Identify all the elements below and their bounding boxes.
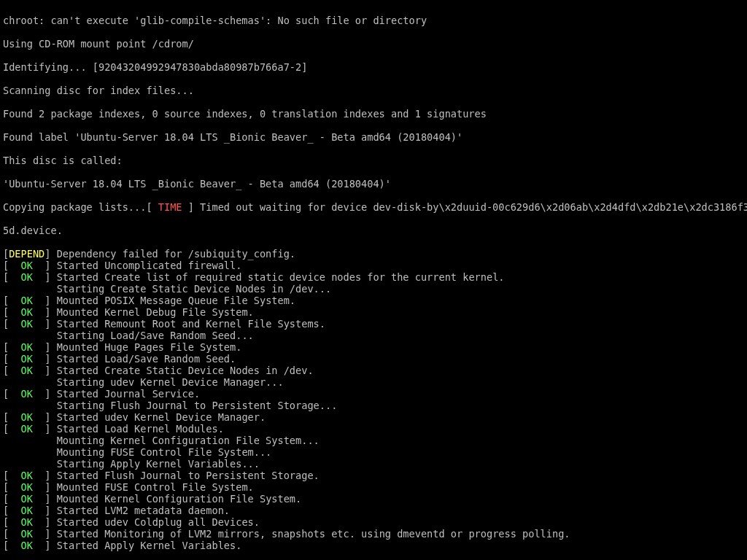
systemd-line: [ OK ] Started Flush Journal to Persiste…: [3, 470, 747, 481]
ok-tag: OK: [21, 260, 33, 271]
systemd-line: [ OK ] Started Create list of required s…: [3, 271, 747, 283]
event-text: Mounted Kernel Debug File System.: [57, 306, 254, 318]
event-text: Dependency failed for /subiquity_config.: [57, 248, 295, 260]
event-text: Starting Apply Kernel Variables...: [57, 458, 260, 470]
boot-line: 'Ubuntu-Server 18.04 LTS _Bionic Beaver_…: [3, 178, 747, 190]
systemd-line: Starting Flush Journal to Persistent Sto…: [3, 400, 747, 411]
ok-tag: OK: [21, 516, 33, 528]
systemd-line: Mounting Kernel Configuration File Syste…: [3, 435, 747, 446]
event-text: Mounted FUSE Control File System.: [57, 481, 254, 493]
systemd-line: [ OK ] Started Journal Service.: [3, 388, 747, 400]
copying-line: Copying package lists...[ TIME ] Timed o…: [3, 201, 747, 213]
event-text: Mounted POSIX Message Queue File System.: [57, 295, 295, 306]
ok-tag: OK: [21, 493, 33, 505]
systemd-line: [ OK ] Started Load/Save Random Seed.: [3, 353, 747, 365]
systemd-line: [ OK ] Started udev Kernel Device Manage…: [3, 411, 747, 423]
event-text: Started udev Coldplug all Devices.: [57, 516, 260, 528]
systemd-line: [ OK ] Started Create Static Device Node…: [3, 365, 747, 376]
event-text: Mounted Kernel Configuration File System…: [57, 493, 302, 505]
systemd-line: Mounting FUSE Control File System...: [3, 446, 747, 458]
ok-tag: OK: [21, 411, 33, 423]
systemd-line: [ OK ] Mounted Huge Pages File System.: [3, 341, 747, 353]
terminal: chroot: can't execute 'glib-compile-sche…: [0, 0, 747, 560]
event-text: Started Monitoring of LVM2 mirrors, snap…: [57, 528, 570, 540]
ok-tag: OK: [21, 341, 33, 353]
systemd-line: [ OK ] Started udev Coldplug all Devices…: [3, 516, 747, 528]
systemd-line: Starting Create Static Device Nodes in /…: [3, 283, 747, 295]
systemd-line: [DEPEND] Dependency failed for /subiquit…: [3, 248, 747, 260]
event-text: Started Remount Root and Kernel File Sys…: [57, 318, 325, 330]
event-text: Started Create list of required static d…: [57, 271, 505, 283]
event-text: Started udev Kernel Device Manager.: [57, 411, 266, 423]
systemd-events: [DEPEND] Dependency failed for /subiquit…: [3, 248, 747, 551]
depend-tag: DEPEND: [9, 248, 44, 260]
systemd-line: [ OK ] Started LVM2 metadata daemon.: [3, 505, 747, 516]
copying-suffix: ] Timed out waiting for device dev-disk-…: [182, 201, 747, 213]
copying-prefix: Copying package lists...[: [3, 201, 158, 213]
ok-tag: OK: [21, 528, 33, 540]
systemd-line: [ OK ] Mounted Kernel Configuration File…: [3, 493, 747, 505]
event-text: Starting Flush Journal to Persistent Sto…: [57, 400, 338, 411]
event-text: Started Load Kernel Modules.: [57, 423, 224, 435]
ok-tag: OK: [21, 353, 33, 365]
ok-tag: OK: [21, 306, 33, 318]
ok-tag: OK: [21, 505, 33, 516]
ok-tag: OK: [21, 318, 33, 330]
time-tag: TIME: [158, 201, 182, 213]
systemd-line: [ OK ] Started Load Kernel Modules.: [3, 423, 747, 435]
event-text: Starting Load/Save Random Seed...: [57, 330, 254, 341]
systemd-line: [ OK ] Started Monitoring of LVM2 mirror…: [3, 528, 747, 540]
systemd-line: [ OK ] Started Uncomplicated firewall.: [3, 260, 747, 271]
systemd-line: Starting udev Kernel Device Manager...: [3, 376, 747, 388]
boot-line: Found label 'Ubuntu-Server 18.04 LTS _Bi…: [3, 131, 747, 143]
systemd-line: [ OK ] Started Remount Root and Kernel F…: [3, 318, 747, 330]
event-text: Starting udev Kernel Device Manager...: [57, 376, 284, 388]
boot-line: Using CD-ROM mount point /cdrom/: [3, 38, 747, 50]
event-text: Started Journal Service.: [57, 388, 200, 400]
ok-tag: OK: [21, 365, 33, 376]
event-text: Started Apply Kernel Variables.: [57, 540, 242, 551]
event-text: Started LVM2 metadata daemon.: [57, 505, 230, 516]
copying-wrap: 5d.device.: [3, 225, 747, 236]
systemd-line: [ OK ] Mounted Kernel Debug File System.: [3, 306, 747, 318]
ok-tag: OK: [21, 271, 33, 283]
event-text: Mounting Kernel Configuration File Syste…: [57, 435, 320, 446]
event-text: Started Load/Save Random Seed.: [57, 353, 236, 365]
systemd-line: Starting Apply Kernel Variables...: [3, 458, 747, 470]
ok-tag: OK: [21, 481, 33, 493]
boot-line: Identifying... [92043204992947830abda809…: [3, 61, 747, 73]
systemd-line: [ OK ] Started Apply Kernel Variables.: [3, 540, 747, 551]
systemd-line: [ OK ] Mounted FUSE Control File System.: [3, 481, 747, 493]
event-text: Starting Create Static Device Nodes in /…: [57, 283, 331, 295]
boot-line: Found 2 package indexes, 0 source indexe…: [3, 108, 747, 120]
boot-line: This disc is called:: [3, 155, 747, 166]
ok-tag: OK: [21, 540, 33, 551]
ok-tag: OK: [21, 295, 33, 306]
systemd-line: [ OK ] Mounted POSIX Message Queue File …: [3, 295, 747, 306]
ok-tag: OK: [21, 470, 33, 481]
event-text: Started Flush Journal to Persistent Stor…: [57, 470, 320, 481]
event-text: Mounting FUSE Control File System...: [57, 446, 272, 458]
event-text: Mounted Huge Pages File System.: [57, 341, 242, 353]
boot-line: Scanning disc for index files...: [3, 85, 747, 96]
event-text: Started Create Static Device Nodes in /d…: [57, 365, 314, 376]
ok-tag: OK: [21, 423, 33, 435]
event-text: Started Uncomplicated firewall.: [57, 260, 242, 271]
ok-tag: OK: [21, 388, 33, 400]
systemd-line: Starting Load/Save Random Seed...: [3, 330, 747, 341]
boot-line: chroot: can't execute 'glib-compile-sche…: [3, 15, 747, 26]
